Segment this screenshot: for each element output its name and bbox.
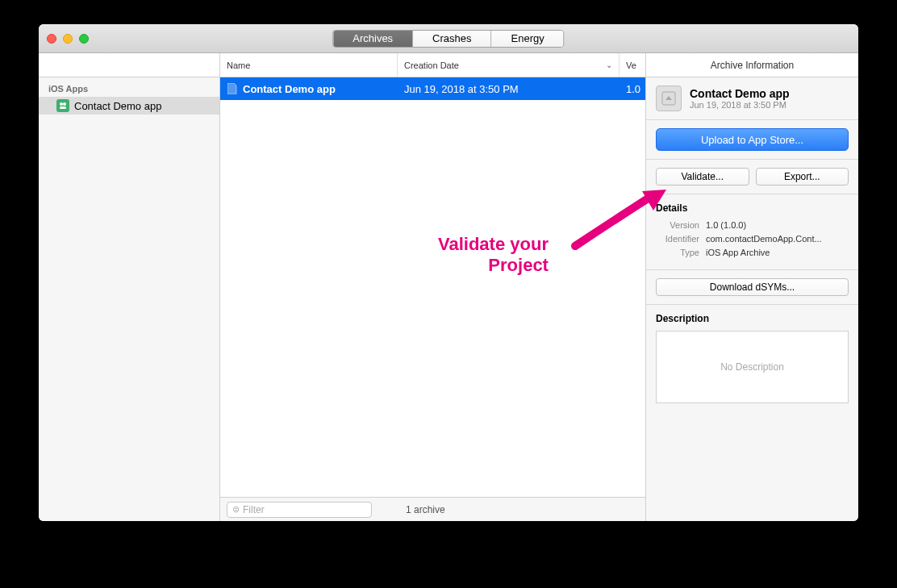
traffic-lights [47, 34, 89, 44]
minimize-window-button[interactable] [63, 34, 73, 44]
app-icon [56, 99, 69, 112]
detail-value-version: 1.0 (1.0.0) [706, 220, 849, 230]
tab-segmented-control: Archives Crashes Energy [332, 30, 564, 48]
archive-file-icon [227, 83, 238, 94]
table-header: Name Creation Date ⌄ Ve [220, 53, 645, 77]
filter-icon: ⊜ [232, 504, 240, 515]
filter-placeholder: Filter [243, 504, 265, 515]
detail-label-identifier: Identifier [656, 234, 706, 244]
column-header-date-label: Creation Date [404, 60, 459, 70]
export-button[interactable]: Export... [756, 168, 849, 186]
inspector-description-section: Description No Description [646, 305, 858, 411]
titlebar: Archives Crashes Energy [39, 24, 858, 53]
sidebar-item-contact-demo-app[interactable]: Contact Demo app [39, 97, 219, 115]
inspector-archive-summary: Contact Demo app Jun 19, 2018 at 3:50 PM [646, 77, 858, 120]
download-dsyms-button[interactable]: Download dSYMs... [656, 278, 849, 296]
svg-point-0 [60, 102, 63, 106]
description-box[interactable]: No Description [656, 331, 849, 403]
sidebar-section-title: iOS Apps [39, 84, 219, 97]
zoom-window-button[interactable] [79, 34, 89, 44]
tab-crashes[interactable]: Crashes [413, 31, 491, 47]
column-header-version[interactable]: Ve [620, 53, 645, 77]
inspector-details-section: Details Version 1.0 (1.0.0) Identifier c… [646, 194, 858, 270]
table-body: Contact Demo app Jun 19, 2018 at 3:50 PM… [220, 77, 645, 497]
cell-name: Contact Demo app [220, 83, 398, 95]
upload-to-app-store-button[interactable]: Upload to App Store... [656, 128, 849, 151]
archive-list-panel: Name Creation Date ⌄ Ve Contact Demo app… [220, 53, 645, 521]
filter-input[interactable]: ⊜ Filter [227, 502, 372, 518]
detail-label-version: Version [656, 220, 706, 230]
cell-version: 1.0 [620, 83, 645, 95]
column-header-creation-date[interactable]: Creation Date ⌄ [398, 53, 620, 77]
inspector-validate-export-section: Validate... Export... [646, 160, 858, 194]
inspector-dsyms-section: Download dSYMs... [646, 270, 858, 305]
content-area: iOS Apps Contact Demo app Name Creation … [39, 53, 858, 521]
description-title: Description [656, 313, 849, 324]
sidebar: iOS Apps Contact Demo app [39, 53, 220, 521]
sort-descending-icon: ⌄ [606, 60, 612, 69]
sidebar-section-ios-apps: iOS Apps Contact Demo app [39, 77, 219, 115]
detail-value-type: iOS App Archive [706, 248, 849, 257]
no-description-text: No Description [720, 361, 784, 373]
tab-energy[interactable]: Energy [492, 31, 564, 47]
close-window-button[interactable] [47, 34, 56, 44]
cell-date: Jun 19, 2018 at 3:50 PM [398, 83, 620, 95]
inspector-title: Archive Information [646, 53, 858, 77]
archive-count-label: 1 archive [406, 504, 445, 515]
detail-value-identifier: com.contactDemoApp.Cont... [706, 234, 849, 244]
archive-large-icon [656, 85, 682, 111]
detail-label-type: Type [656, 248, 706, 257]
column-header-name[interactable]: Name [220, 53, 398, 77]
bottom-bar: ⊜ Filter 1 archive [220, 497, 645, 521]
inspector-panel: Archive Information Contact Demo app Jun… [645, 53, 858, 521]
inspector-upload-section: Upload to App Store... [646, 120, 858, 160]
organizer-window: Archives Crashes Energy iOS Apps Contact… [39, 24, 858, 521]
validate-button[interactable]: Validate... [656, 168, 749, 186]
inspector-archive-date: Jun 19, 2018 at 3:50 PM [690, 100, 790, 110]
cell-name-text: Contact Demo app [243, 83, 336, 95]
svg-rect-2 [60, 106, 66, 109]
table-row[interactable]: Contact Demo app Jun 19, 2018 at 3:50 PM… [220, 77, 645, 100]
details-title: Details [656, 202, 849, 214]
sidebar-item-label: Contact Demo app [74, 100, 161, 112]
inspector-archive-name: Contact Demo app [690, 87, 790, 100]
sidebar-header-spacer [39, 53, 219, 77]
tab-archives[interactable]: Archives [333, 31, 413, 47]
svg-point-1 [63, 102, 66, 106]
